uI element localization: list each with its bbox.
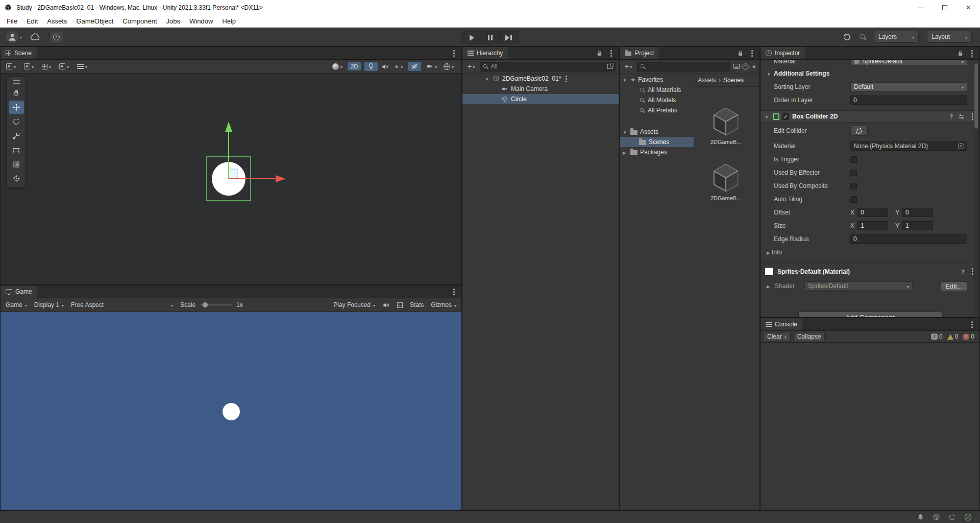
warning-count-toggle[interactable]: 0: [947, 333, 959, 340]
packages-foldout-icon[interactable]: [623, 149, 628, 156]
project-search-field[interactable]: [637, 62, 730, 72]
x-axis-arrowhead[interactable]: [276, 175, 286, 182]
hierarchy-search-input[interactable]: [491, 63, 605, 70]
shader-edit-button[interactable]: Edit...: [941, 281, 967, 291]
offset-x-field[interactable]: [857, 208, 888, 217]
size-y-field[interactable]: [902, 221, 933, 230]
project-add-button[interactable]: [623, 62, 634, 72]
hierarchy-add-button[interactable]: [465, 62, 477, 72]
lock-icon[interactable]: [597, 50, 602, 57]
scene-lighting-button[interactable]: [364, 62, 378, 71]
additional-settings-foldout[interactable]: Additional Settings: [761, 68, 979, 79]
grid-visibility-dropdown[interactable]: [40, 62, 53, 71]
notifications-bell-icon[interactable]: [917, 513, 924, 521]
inspector-menu-icon[interactable]: [971, 53, 973, 54]
layers-dropdown[interactable]: Layers: [874, 31, 919, 43]
project-search-input[interactable]: [648, 63, 728, 70]
material-section-header[interactable]: Sprites-Default (Material): [761, 264, 979, 277]
tab-hierarchy[interactable]: Hierarchy: [462, 47, 508, 59]
save-search-icon[interactable]: [751, 63, 756, 70]
project-menu-icon[interactable]: [751, 53, 753, 54]
activity-check-icon[interactable]: [964, 513, 972, 521]
game-audio-button[interactable]: [382, 301, 390, 309]
pause-button[interactable]: [481, 32, 499, 43]
favorites-foldout-icon[interactable]: [623, 76, 628, 83]
search-by-type-icon[interactable]: [733, 64, 740, 69]
order-in-layer-field[interactable]: [850, 96, 967, 105]
hierarchy-row-circle[interactable]: Circle: [462, 94, 619, 104]
component-enabled-checkbox[interactable]: [782, 113, 789, 120]
game-view-menu-dropdown[interactable]: Game: [6, 301, 27, 308]
error-count-toggle[interactable]: 0: [963, 333, 974, 340]
toggle-2d-button[interactable]: 2D: [348, 62, 361, 70]
scene-menu-icon[interactable]: [453, 53, 455, 54]
gizmos-dropdown-game[interactable]: Gizmos: [431, 301, 456, 308]
scene-canvas[interactable]: [1, 74, 461, 284]
material-foldout-icon[interactable]: [767, 282, 772, 290]
object-picker-icon[interactable]: [958, 143, 964, 149]
info-count-toggle[interactable]: 0: [931, 333, 943, 340]
presets-icon[interactable]: [958, 113, 965, 120]
packages-row[interactable]: Packages: [620, 147, 694, 157]
shader-dropdown[interactable]: Sprites/Default: [804, 281, 913, 291]
tab-project[interactable]: Project: [620, 47, 659, 59]
favorite-all-materials-row[interactable]: All Materials: [620, 85, 694, 95]
breadcrumb-assets[interactable]: Assets: [698, 77, 716, 84]
menu-component[interactable]: Component: [118, 15, 161, 27]
clear-button[interactable]: Clear: [763, 332, 791, 341]
hierarchy-row-scene-root[interactable]: 2DGameBasic02_01*: [462, 74, 619, 84]
tab-console[interactable]: Console: [761, 318, 802, 330]
asset-tile-scene-2[interactable]: 2DGameB...: [706, 162, 745, 201]
component-foldout-icon[interactable]: [765, 113, 770, 120]
close-button[interactable]: ✕: [957, 0, 980, 15]
pivot-dropdown[interactable]: [22, 62, 35, 71]
inspector-scrollbar[interactable]: [973, 61, 979, 315]
scale-tool-button[interactable]: [9, 129, 24, 142]
move-tool-button[interactable]: [9, 101, 24, 114]
menu-edit[interactable]: Edit: [22, 15, 42, 27]
undo-history-button[interactable]: [843, 33, 851, 41]
add-component-button[interactable]: Add Component: [798, 312, 942, 317]
used-by-composite-checkbox[interactable]: [850, 183, 857, 189]
layout-dropdown[interactable]: Layout: [927, 31, 972, 43]
tool-settings-dropdown[interactable]: [5, 62, 17, 71]
camera-overlay-dropdown[interactable]: [425, 62, 438, 71]
minimize-button[interactable]: —: [910, 0, 933, 15]
search-by-label-icon[interactable]: [742, 62, 750, 70]
tools-overlay-handle[interactable]: [13, 80, 20, 84]
open-search-window-icon[interactable]: [607, 64, 613, 69]
lock-icon[interactable]: [738, 50, 743, 57]
stats-button[interactable]: Stats: [410, 301, 424, 308]
grid-size-dropdown[interactable]: [76, 62, 89, 71]
hierarchy-menu-icon[interactable]: [610, 53, 612, 54]
cloud-button[interactable]: [30, 33, 41, 41]
search-icon[interactable]: [860, 34, 866, 40]
game-menu-icon[interactable]: [453, 291, 455, 293]
tab-inspector[interactable]: Inspector: [761, 47, 805, 59]
menu-gameobject[interactable]: GameObject: [71, 15, 118, 27]
menu-window[interactable]: Window: [185, 15, 217, 27]
transform-tool-button[interactable]: [9, 158, 24, 171]
favorite-all-prefabs-row[interactable]: All Prefabs: [620, 105, 694, 115]
offset-y-field[interactable]: [902, 208, 933, 217]
favorite-all-models-row[interactable]: All Models: [620, 95, 694, 105]
scale-slider-thumb[interactable]: [203, 302, 208, 307]
console-log-area[interactable]: [761, 343, 979, 511]
used-by-effector-checkbox[interactable]: [850, 170, 857, 176]
scale-slider[interactable]: [200, 304, 232, 305]
tab-game[interactable]: Game: [1, 286, 37, 298]
cache-refresh-icon[interactable]: [948, 513, 956, 521]
breadcrumb-scenes[interactable]: Scenes: [723, 77, 744, 84]
scene-foldout-icon[interactable]: [485, 75, 490, 82]
account-button[interactable]: [6, 31, 22, 43]
sorting-layer-dropdown[interactable]: Default: [850, 82, 967, 91]
maximize-button[interactable]: [933, 0, 957, 15]
play-button[interactable]: [462, 32, 481, 43]
effects-dropdown[interactable]: [393, 62, 404, 71]
vsync-grid-icon[interactable]: [397, 302, 403, 308]
menu-jobs[interactable]: Jobs: [162, 15, 185, 27]
y-axis-arrowhead[interactable]: [225, 122, 232, 132]
hierarchy-row-main-camera[interactable]: Main Camera: [462, 84, 619, 94]
rect-tool-button[interactable]: [9, 144, 24, 157]
tab-scene[interactable]: Scene: [1, 47, 37, 59]
